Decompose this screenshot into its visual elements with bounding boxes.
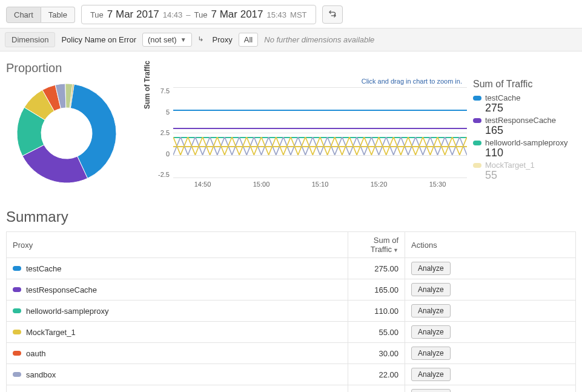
proxy-name: sandbox [26,370,56,379]
row-swatch [13,287,21,292]
legend-value: 165 [485,125,576,136]
traffic-value: 110.00 [348,301,405,322]
traffic-value: 55.00 [348,322,405,343]
dimension-secondary: Proxy [213,35,233,44]
zoom-hint: Click and drag in chart to zoom in. [145,78,462,85]
row-swatch [13,308,21,313]
dimension-value: (not set) [148,35,177,44]
legend-swatch [473,141,481,145]
row-swatch [13,372,21,377]
refresh-icon [328,10,337,20]
legend-label: helloworld-sampleproxy [485,138,568,147]
plot-area[interactable] [173,87,467,178]
series-oscillate-b [173,137,467,155]
chart-tab[interactable]: Chart [6,7,41,23]
dimension-all-selector[interactable]: All [239,33,258,47]
legend-value: 275 [485,102,576,113]
dimension-all-value: All [244,35,253,44]
traffic-value: 165.00 [348,279,405,301]
traffic-value: 16.00 [348,385,405,393]
legend-swatch [473,96,481,101]
summary-title: Summary [6,208,576,225]
timezone: MST [290,10,306,19]
chevron-down-icon: ▼ [180,36,187,43]
legend-label: MockTarget_1 [485,161,535,170]
refresh-button[interactable] [322,5,343,24]
table-row: helloworld-sampleproxy110.00Analyze [7,301,576,322]
x-axis-ticks: 14:5015:0015:1015:2015:30 [173,178,467,190]
traffic-value: 22.00 [348,364,405,385]
to-day: Tue [194,10,208,19]
legend-value: 110 [485,147,576,158]
dimension-value-selector[interactable]: (not set) ▼ [142,33,192,47]
analyze-button[interactable]: Analyze [411,283,451,296]
traffic-value: 30.00 [348,343,405,364]
row-swatch [13,330,21,334]
table-row: sandbox22.00Analyze [7,364,576,385]
legend-item[interactable]: helloworld-sampleproxy110 [473,138,576,158]
table-row: mgmtapi16.00Analyze [7,385,576,393]
row-swatch [13,266,21,271]
legend-swatch [473,118,481,123]
table-row: MockTarget_155.00Analyze [7,322,576,343]
traffic-value: 275.00 [348,258,405,279]
col-proxy[interactable]: Proxy [7,232,348,258]
legend-swatch [473,163,481,168]
legend: Sum of Traffic testCache275testResponseC… [473,73,576,183]
table-row: testCache275.00Analyze [7,258,576,279]
from-day: Tue [90,10,104,19]
view-toggle[interactable]: Chart Table [6,7,75,23]
traffic-line-chart[interactable]: Click and drag in chart to zoom in. Sum … [145,73,467,190]
summary-table: Proxy Sum of Traffic▼ Actions testCache2… [6,231,576,392]
series-testresponsecache [173,128,467,129]
col-traffic[interactable]: Sum of Traffic▼ [348,232,405,258]
analyze-button[interactable]: Analyze [411,347,451,360]
series-testcache [173,110,467,111]
legend-label: testResponseCache [485,116,556,125]
dimension-primary: Policy Name on Error [61,35,136,44]
dimension-label: Dimension [5,32,55,47]
legend-value: 55 [485,170,576,181]
analyze-button[interactable]: Analyze [411,368,451,381]
proxy-name: MockTarget_1 [26,328,76,337]
proxy-name: testResponseCache [26,285,97,294]
legend-item[interactable]: testResponseCache165 [473,116,576,136]
proxy-name: helloworld-sampleproxy [26,307,109,316]
row-swatch [13,351,21,356]
proportion-donut[interactable] [6,73,139,194]
to-time: 15:43 [267,10,287,19]
analyze-button[interactable]: Analyze [411,389,451,392]
drill-icon [198,35,207,44]
col-actions: Actions [405,232,576,258]
analyze-button[interactable]: Analyze [411,304,451,317]
table-row: oauth30.00Analyze [7,343,576,364]
legend-item[interactable]: testCache275 [473,93,576,113]
legend-item[interactable]: MockTarget_155 [473,161,576,181]
proxy-name: testCache [26,264,62,273]
from-time: 14:43 [163,10,183,19]
analyze-button[interactable]: Analyze [411,262,451,275]
y-axis-label: Sum of Traffic [143,61,151,109]
legend-title: Sum of Traffic [473,79,576,90]
proxy-name: oauth [26,349,46,358]
timerange-picker[interactable]: Tue 7 Mar 2017 14:43 – Tue 7 Mar 2017 15… [81,5,316,24]
table-tab[interactable]: Table [41,7,75,23]
range-dash: – [186,10,190,19]
table-row: testResponseCache165.00Analyze [7,279,576,301]
no-more-dimensions: No further dimensions available [264,35,374,44]
from-date: 7 Mar 2017 [107,8,159,21]
analyze-button[interactable]: Analyze [411,325,451,339]
legend-label: testCache [485,93,521,102]
sort-desc-icon: ▼ [393,247,398,253]
to-date: 7 Mar 2017 [211,8,263,21]
